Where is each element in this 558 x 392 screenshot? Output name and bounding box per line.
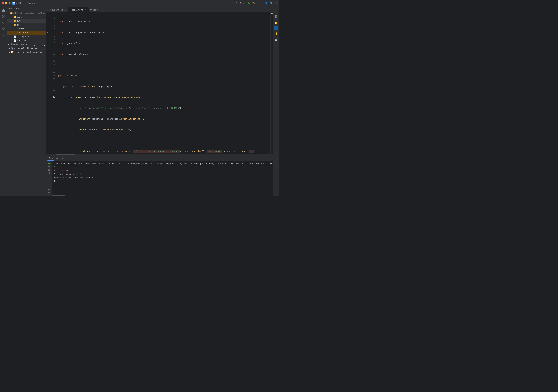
tree-item-scratches[interactable]: ▶ 📝 Scratches and Consoles (7, 50, 46, 54)
panel-minimize-icon[interactable]: – (270, 157, 271, 160)
svg-point-5 (2, 17, 3, 18)
run-config-close[interactable]: ✕ (62, 157, 63, 159)
tab-user[interactable]: ⊞ user (88, 7, 100, 12)
ln-17: 17 (49, 70, 55, 74)
ln-15: 15 (49, 63, 55, 67)
rerun-button[interactable]: ↺ (47, 165, 52, 167)
unfold-button[interactable]: ⊞ (47, 192, 52, 194)
activity-bar: ⋯ (0, 6, 7, 196)
more-actions-icon[interactable]: ⋯ (258, 2, 259, 5)
tree-arrow-scratches: ▶ (8, 51, 11, 53)
run-toolbar: ▶ ↺ ⏹ ⏸ ↷ ⋮ ↑ ↓ ⊟ ⊞ (46, 161, 52, 196)
right-copilot-icon[interactable]: 🤖 (273, 37, 279, 43)
editor-area: ▶ ▶ 1 2 (46, 12, 273, 196)
console-scrollbar-h[interactable] (52, 195, 273, 196)
tree-item-main[interactable]: C Main (7, 27, 46, 31)
activity-more[interactable]: ⋯ (1, 40, 6, 45)
maximize-button[interactable] (9, 2, 11, 4)
right-notifications-icon[interactable]: 🔔 (273, 20, 279, 26)
tree-arrow-jdbc: ▾ (8, 12, 10, 14)
more-run-button[interactable]: ⋮ (47, 178, 52, 180)
right-db-icon[interactable]: 🗄 (273, 14, 279, 19)
activity-run[interactable] (1, 32, 6, 38)
svg-rect-1 (4, 9, 5, 10)
run-config[interactable]: Main ▾ (240, 2, 246, 4)
editor-content[interactable]: ▶ ▶ 1 2 (46, 12, 273, 154)
run-gutter-6[interactable]: ▶ (46, 30, 49, 34)
right-ai-icon[interactable]: ✨ (273, 31, 279, 36)
ln-12: 12 (49, 52, 55, 56)
run-gutter-8 (46, 38, 49, 41)
tree-item-idea[interactable]: ▶ 📁 .idea (7, 15, 46, 19)
tree-item-out[interactable]: ▶ 📂 out (7, 19, 46, 23)
panel-more-icon[interactable]: ⋮ (267, 157, 269, 160)
tab-icon-main: C (70, 9, 71, 11)
console-test-line: Test (54, 166, 271, 169)
iml-icon: 📄 (13, 39, 16, 42)
activity-plugins[interactable] (1, 26, 6, 32)
debug-icon[interactable]: ⚙ (236, 2, 237, 5)
tree-item-ext-libs[interactable]: ▶ 📚 External Libraries (7, 46, 46, 50)
titlebar: JD JDBC ▾ ⎇ master ▾ ⚙ Main ▾ ▶ 🔨 ⋯ 👤 🔍 … (0, 0, 279, 6)
editor-scrollbar-h[interactable] (46, 154, 273, 155)
tree-item-student[interactable]: C Student (7, 31, 46, 35)
tab-student[interactable]: C Student.java (46, 7, 68, 12)
activity-vcs[interactable] (1, 14, 6, 19)
settings-icon[interactable]: ⚙ (276, 2, 277, 5)
tree-label-out: out (17, 20, 20, 22)
tab-close-main[interactable]: ✕ (84, 9, 87, 11)
fold-button[interactable]: ⊟ (47, 189, 52, 191)
run-gutter-13 (46, 56, 49, 59)
right-plugin1-icon[interactable]: J (274, 26, 278, 30)
stop-button[interactable]: ⏹ (47, 169, 52, 172)
activity-find[interactable] (1, 20, 6, 26)
print-button[interactable]: 🖨 (47, 195, 52, 196)
run-button[interactable]: ▶ (248, 1, 250, 5)
restart-button[interactable]: ▶ (47, 162, 52, 165)
ln-19: 19 (49, 78, 55, 81)
tree-item-jdbc-root[interactable]: ▾ 📂 JDBC ~/Desktop/CS/JavaEE/1 Ja... (7, 11, 46, 15)
console-scrollbar-thumb[interactable] (52, 195, 65, 196)
editor-scrollbar-thumb[interactable] (56, 154, 75, 155)
pause-button[interactable]: ⏸ (47, 172, 52, 174)
run-tab[interactable]: Run (47, 156, 54, 161)
tab-more-button[interactable]: ⋮ (273, 7, 278, 12)
step-over-button[interactable]: ↷ (47, 175, 52, 177)
run-config-label: Main (240, 2, 244, 4)
scroll-up-button[interactable]: ↑ (47, 182, 52, 184)
tree-item-gitignore[interactable]: 📄 .gitignore (7, 35, 46, 38)
branch-selector[interactable]: ⎇ master ▾ (26, 2, 38, 4)
code-line-9: url: "jdbc:mysql://localhost:3306/study"… (58, 106, 270, 110)
run-gutter-7[interactable]: ▶ (46, 34, 49, 38)
console-cursor-line[interactable] (54, 180, 271, 183)
build-icon[interactable]: 🔨 (252, 2, 255, 5)
code-area[interactable]: import java.io.PrintWriter; import java.… (57, 12, 270, 154)
run-gutter-14 (46, 59, 49, 63)
account-icon[interactable]: 👤 (265, 2, 268, 5)
activity-project[interactable] (1, 8, 6, 13)
tab-bar: C Student.java C Main.java ✕ ⊞ user ⋮ (46, 6, 279, 12)
run-gutter-10 (46, 45, 49, 48)
sidebar-tree[interactable]: ▾ 📂 JDBC ~/Desktop/CS/JavaEE/1 Ja... ▶ 📁… (7, 11, 46, 196)
run-gutter: ▶ ▶ (46, 12, 49, 154)
code-line-7: public static void main(String[] args) { (58, 85, 270, 88)
scroll-down-button[interactable]: ↓ (47, 184, 52, 187)
tab-main[interactable]: C Main.java ✕ (68, 7, 88, 12)
tree-item-iml[interactable]: 📄 JDBC.iml (7, 38, 46, 42)
tree-item-src[interactable]: ▾ 📂 src (7, 23, 46, 27)
close-button[interactable] (2, 2, 4, 4)
console-text[interactable]: /Users/eve/Library/Java/JavaVirtualMachi… (52, 161, 273, 195)
lib-icon: 📚 (11, 47, 14, 50)
minimize-button[interactable] (5, 2, 7, 4)
tree-label-gitignore: .gitignore (17, 35, 29, 38)
project-selector[interactable]: JD JDBC ▾ (12, 2, 23, 5)
ln-22: 22 (49, 88, 55, 92)
run-gutter-5 (46, 27, 49, 30)
main-run-tab[interactable]: Main ✕ (54, 156, 64, 161)
tree-item-jar[interactable]: ▶ 📦 mysql-connector-j-8.2.0.jar (7, 42, 46, 46)
search-icon[interactable]: 🔍 (270, 2, 273, 5)
code-line-8: try(Connection connection = DriverManage… (58, 96, 270, 99)
scratches-icon: 📝 (11, 51, 14, 53)
run-gutter-1 (46, 12, 49, 16)
main-layout: ⋯ Project ▾ ▾ 📂 JDBC ~/Desktop/CS/JavaEE… (0, 6, 279, 196)
